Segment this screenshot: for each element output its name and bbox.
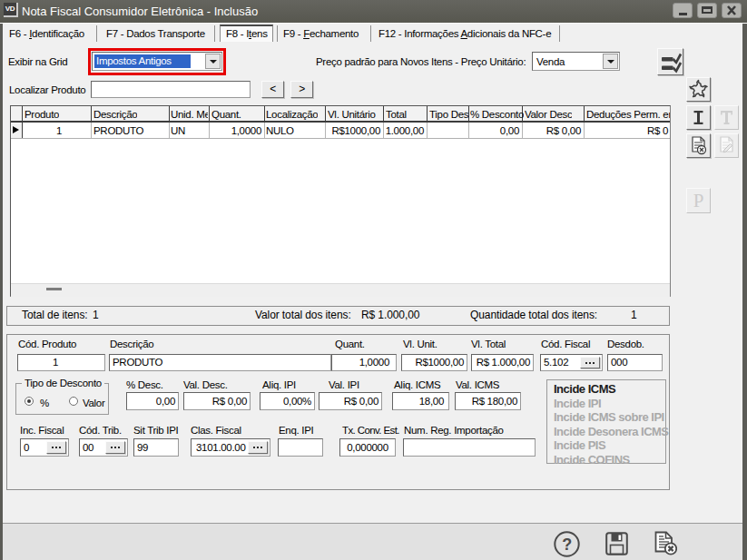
svg-text:?: ? (562, 535, 572, 554)
